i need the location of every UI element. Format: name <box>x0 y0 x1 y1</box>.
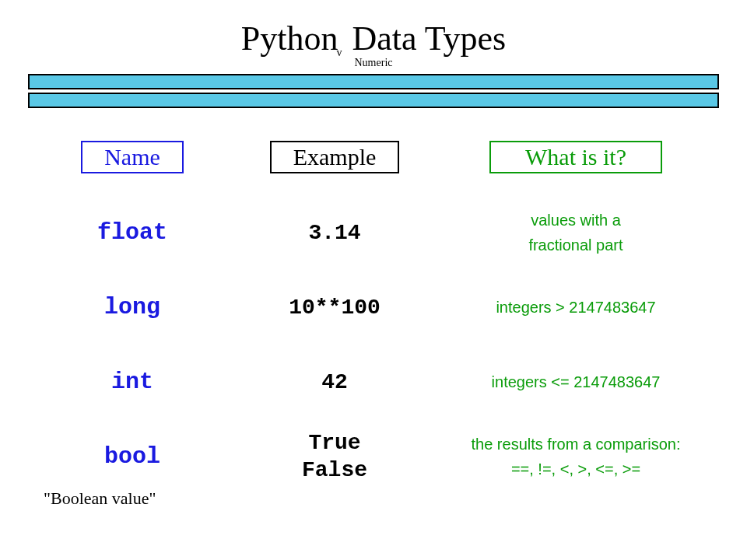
cell-name: long <box>31 294 233 320</box>
title-part-after: Data Types <box>343 19 506 58</box>
header-example-cell: Example <box>233 141 436 173</box>
header-name-cell: Name <box>31 141 233 173</box>
title-subscript: v <box>336 47 342 58</box>
cell-what: integers > 2147483647 <box>436 295 716 320</box>
table-row: bool True False the results from a compa… <box>31 419 716 494</box>
bar-bottom <box>28 93 719 108</box>
cell-example: 3.14 <box>233 219 436 247</box>
page-title: Pythonv Data Types <box>241 19 506 58</box>
cell-example: 42 <box>233 369 436 396</box>
cell-what: integers <= 2147483647 <box>436 369 716 394</box>
table-row: float 3.14 values with a fractional part <box>31 195 716 270</box>
cell-name: float <box>31 219 233 246</box>
footer-note: "Boolean value" <box>44 488 156 509</box>
cell-name: bool <box>31 443 233 470</box>
header-example: Example <box>270 141 400 173</box>
bar-top <box>28 74 719 89</box>
header-name: Name <box>81 141 184 173</box>
cell-example: 10**100 <box>233 294 436 321</box>
decorative-bars <box>28 74 719 108</box>
title-area: Pythonv Data Types Numeric <box>0 0 747 69</box>
cell-what: the results from a comparison: ==, !=, <… <box>436 432 716 481</box>
table-row: int 42 integers <= 2147483647 <box>31 345 716 419</box>
cell-name: int <box>31 369 233 395</box>
data-rows: float 3.14 values with a fractional part… <box>0 195 747 494</box>
column-headers: Name Example What is it? <box>0 141 747 173</box>
subtitle: Numeric <box>0 57 747 69</box>
title-part-before: Python <box>241 19 338 58</box>
cell-what: values with a fractional part <box>436 208 716 257</box>
header-what: What is it? <box>489 141 662 173</box>
table-row: long 10**100 integers > 2147483647 <box>31 270 716 345</box>
header-what-cell: What is it? <box>436 141 716 173</box>
cell-example: True False <box>233 429 436 484</box>
